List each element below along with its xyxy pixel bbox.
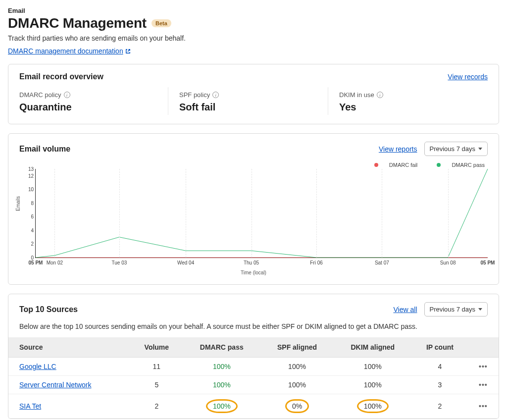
- volume-range-select[interactable]: Previous 7 days: [424, 142, 488, 156]
- info-icon[interactable]: i: [377, 92, 383, 98]
- overview-stat: DMARC policy iQuarantine: [19, 87, 168, 115]
- row-more-icon[interactable]: •••: [479, 363, 488, 370]
- stat-label: DMARC policy i: [19, 91, 168, 99]
- column-header: IP count: [412, 337, 468, 358]
- cell-volume: 11: [131, 358, 183, 376]
- table-row: Server Central Network5100%100%100%3•••: [8, 376, 499, 394]
- grid-line: [119, 169, 120, 258]
- source-link[interactable]: Server Central Network: [19, 381, 92, 389]
- stat-label: DKIM in use i: [339, 91, 488, 99]
- y-tick: 10: [26, 187, 34, 192]
- volume-range-label: Previous 7 days: [430, 145, 476, 153]
- cell-dmarc-pass: 100%: [183, 376, 261, 394]
- grid-line: [316, 169, 317, 258]
- cell-spf-aligned: 100%: [261, 358, 334, 376]
- x-tick: Sun 08: [440, 260, 456, 265]
- sources-title: Top 10 Sources: [19, 305, 78, 314]
- y-tick: 12: [26, 173, 34, 178]
- y-tick: 13: [26, 166, 34, 172]
- column-header: DMARC pass: [183, 337, 261, 358]
- beta-badge: Beta: [152, 19, 171, 27]
- column-header: Source: [8, 337, 131, 358]
- legend-fail-label: DMARC fail: [389, 162, 417, 168]
- view-reports-link[interactable]: View reports: [379, 145, 417, 153]
- chart-xlabel: Time (local): [15, 270, 492, 275]
- external-link-icon: [125, 49, 131, 54]
- volume-card: Email volume View reports Previous 7 day…: [8, 133, 499, 285]
- grid-line: [54, 169, 55, 258]
- legend-pass-label: DMARC pass: [452, 162, 485, 168]
- page-subtitle: Track third parties who are sending emai…: [8, 34, 499, 42]
- row-more-icon[interactable]: •••: [479, 381, 488, 389]
- cell-dkim-aligned: 100%: [333, 394, 412, 419]
- x-tick: 05 PM: [29, 260, 43, 265]
- legend-dot-fail: [374, 163, 378, 167]
- sources-range-label: Previous 7 days: [430, 306, 476, 313]
- overview-title: Email record overview: [19, 72, 103, 81]
- grid-line: [252, 169, 252, 258]
- x-tick: Fri 06: [310, 260, 323, 265]
- chart-legend: DMARC fail DMARC pass: [15, 162, 492, 169]
- cell-ip-count: 3: [412, 376, 468, 394]
- cell-spf-aligned: 0%: [261, 394, 334, 419]
- breadcrumb: Email: [8, 7, 499, 14]
- cell-dmarc-pass: 100%: [183, 358, 261, 376]
- cell-volume: 2: [131, 394, 183, 419]
- overview-card: Email record overview View records DMARC…: [8, 64, 499, 124]
- y-tick: 0: [26, 255, 34, 261]
- email-volume-chart: Emails 0246810121305 PMMon 02Tue 03Wed 0…: [23, 169, 492, 268]
- row-more-icon[interactable]: •••: [479, 402, 488, 410]
- sources-description: Below are the top 10 sources sending ema…: [8, 322, 499, 337]
- doc-link[interactable]: DMARC management documentation: [8, 47, 123, 55]
- stat-value: Quarantine: [19, 102, 168, 113]
- y-tick: 6: [26, 214, 34, 219]
- x-tick: Sat 07: [375, 260, 389, 265]
- y-tick: 4: [26, 227, 34, 233]
- overview-stat: SPF policy iSoft fail: [168, 87, 328, 115]
- chevron-down-icon: [478, 308, 482, 311]
- page-title: DMARC Management: [8, 15, 147, 31]
- x-tick: Wed 04: [177, 260, 194, 265]
- chevron-down-icon: [478, 148, 482, 150]
- x-tick: Thu 05: [244, 260, 259, 265]
- x-tick: Mon 02: [47, 260, 63, 265]
- cell-ip-count: 2: [412, 394, 468, 419]
- chart-ylabel: Emails: [15, 196, 21, 211]
- grid-line: [186, 169, 186, 258]
- source-link[interactable]: Google LLC: [19, 363, 56, 370]
- cell-dkim-aligned: 100%: [333, 376, 412, 394]
- cell-spf-aligned: 100%: [261, 376, 334, 394]
- overview-stat: DKIM in use iYes: [328, 87, 488, 115]
- grid-line: [448, 169, 449, 258]
- cell-dmarc-pass: 100%: [183, 394, 261, 419]
- y-tick: 8: [26, 200, 34, 206]
- stat-label: SPF policy i: [179, 91, 328, 99]
- y-tick: 2: [26, 241, 34, 247]
- column-header: SPF aligned: [261, 337, 334, 358]
- cell-ip-count: 4: [412, 358, 468, 376]
- sources-range-select[interactable]: Previous 7 days: [424, 302, 488, 316]
- stat-value: Yes: [339, 102, 488, 113]
- legend-dot-pass: [437, 163, 441, 167]
- column-header: Volume: [131, 337, 183, 358]
- table-row: SIA Tet2100%0%100%2•••: [8, 394, 499, 419]
- view-all-link[interactable]: View all: [394, 306, 417, 314]
- chart-series-line: [36, 169, 488, 258]
- stat-value: Soft fail: [179, 102, 328, 113]
- x-tick: 05 PM: [481, 260, 495, 265]
- view-records-link[interactable]: View records: [448, 73, 488, 81]
- table-row: Google LLC11100%100%100%4•••: [8, 358, 499, 376]
- column-header: DKIM aligned: [333, 337, 412, 358]
- info-icon[interactable]: i: [212, 92, 219, 98]
- sources-table: SourceVolumeDMARC passSPF alignedDKIM al…: [8, 337, 499, 419]
- source-link[interactable]: SIA Tet: [19, 402, 41, 410]
- cell-volume: 5: [131, 376, 183, 394]
- sources-card: Top 10 Sources View all Previous 7 days …: [8, 294, 499, 419]
- x-tick: Tue 03: [112, 260, 127, 265]
- grid-line: [382, 169, 382, 258]
- volume-title: Email volume: [19, 145, 70, 154]
- info-icon[interactable]: i: [64, 92, 70, 98]
- column-header: [468, 337, 499, 358]
- cell-dkim-aligned: 100%: [333, 358, 412, 376]
